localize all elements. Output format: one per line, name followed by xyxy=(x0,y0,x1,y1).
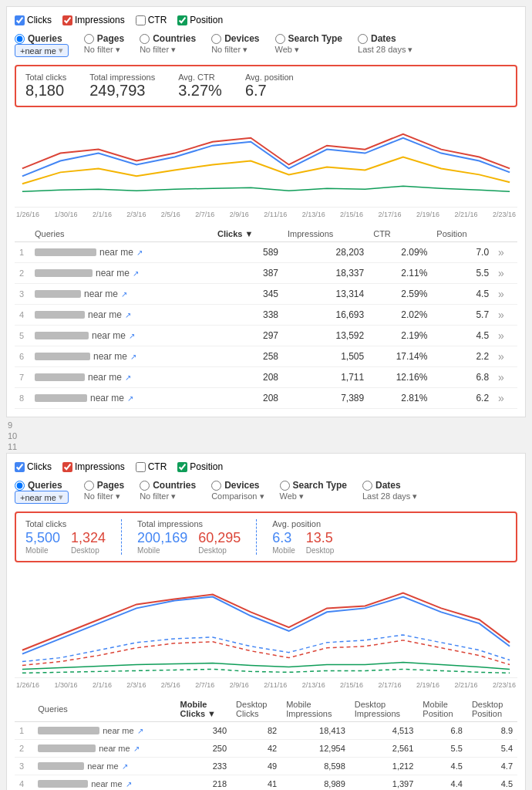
th2-mob-clicks[interactable]: MobileClicks ▼ xyxy=(176,697,232,722)
filter-row-1: Queries +near me ▾ Pages No filter ▾ Cou… xyxy=(15,33,517,57)
query-cell: near me ↗ xyxy=(30,263,213,284)
th2-desk-pos[interactable]: DesktopPosition xyxy=(467,697,517,722)
stat-total-clicks-label: Total clicks xyxy=(25,73,66,82)
external-link-icon[interactable]: ↗ xyxy=(125,311,131,319)
near-me-text: near me xyxy=(96,268,130,279)
checkbox-impressions[interactable]: Impressions xyxy=(62,15,125,25)
queries2-active-filter[interactable]: +near me ▾ xyxy=(15,491,69,504)
queries2-filter-remove[interactable]: ▾ xyxy=(59,492,63,502)
countries2-radio[interactable] xyxy=(140,481,150,491)
th2-desk-imp[interactable]: DesktopImpressions xyxy=(350,697,419,722)
th-clicks[interactable]: Clicks ▼ xyxy=(213,226,283,242)
dates2-radio[interactable] xyxy=(362,481,372,491)
clicks2-checkbox[interactable] xyxy=(15,462,25,472)
ctr2-checkbox[interactable] xyxy=(136,462,146,472)
filter2-search-type[interactable]: Search Type Web ▾ xyxy=(280,480,347,501)
detail-arrow[interactable]: » xyxy=(493,284,517,305)
th-ctr[interactable]: CTR xyxy=(369,226,432,242)
th-position[interactable]: Position xyxy=(432,226,493,242)
impressions2-checkbox[interactable] xyxy=(62,462,72,472)
devices2-radio[interactable] xyxy=(211,481,221,491)
external-link-icon[interactable]: ↗ xyxy=(129,332,135,340)
query-cell: near me ↗ xyxy=(30,305,213,326)
detail-arrow[interactable]: » xyxy=(493,346,517,367)
external-link-icon[interactable]: ↗ xyxy=(137,727,143,735)
mob-clicks-value: 250 xyxy=(176,740,232,758)
external-link-icon[interactable]: ↗ xyxy=(133,269,139,278)
checkbox2-ctr[interactable]: CTR xyxy=(136,461,167,472)
table-2: Queries MobileClicks ▼ DesktopClicks Mob… xyxy=(15,697,517,790)
external-link-icon[interactable]: ↗ xyxy=(130,353,136,361)
position-checkbox[interactable] xyxy=(177,15,187,25)
th-queries: Queries xyxy=(30,226,213,242)
external-link-icon[interactable]: ↗ xyxy=(121,290,127,299)
pages2-radio[interactable] xyxy=(84,481,94,491)
filter-pages[interactable]: Pages No filter ▾ xyxy=(84,33,124,55)
external-link-icon[interactable]: ↗ xyxy=(126,780,132,788)
search-type2-radio[interactable] xyxy=(280,481,290,491)
impressions-checkbox[interactable] xyxy=(62,15,72,25)
detail-arrow[interactable]: » xyxy=(493,388,517,409)
th2-desk-clicks[interactable]: DesktopClicks xyxy=(231,697,281,722)
detail-arrow[interactable]: » xyxy=(493,263,517,284)
search-type-radio[interactable] xyxy=(275,34,285,44)
filter2-pages[interactable]: Pages No filter ▾ xyxy=(84,480,124,501)
filter-dates[interactable]: Dates Last 28 days ▾ xyxy=(358,33,412,55)
row-num: 7 xyxy=(15,367,30,388)
checkbox-position[interactable]: Position xyxy=(177,15,223,25)
detail-arrow[interactable]: » xyxy=(493,367,517,388)
countries2-filter-sub: No filter ▾ xyxy=(140,491,176,501)
filter-devices[interactable]: Devices No filter ▾ xyxy=(211,33,259,55)
filter2-devices[interactable]: Devices Comparison ▾ xyxy=(211,480,264,501)
mob-position-value: 4.5 xyxy=(418,758,467,775)
th2-mob-imp[interactable]: MobileImpressions xyxy=(281,697,350,722)
filter-countries[interactable]: Countries No filter ▾ xyxy=(140,33,196,55)
clicks-checkbox[interactable] xyxy=(15,15,25,25)
filter-search-type[interactable]: Search Type Web ▾ xyxy=(275,33,342,55)
external-link-icon[interactable]: ↗ xyxy=(122,762,128,771)
checkbox-clicks[interactable]: Clicks xyxy=(15,15,52,25)
checkbox2-clicks[interactable]: Clicks xyxy=(15,461,52,472)
search-type-label: Search Type xyxy=(288,33,342,44)
clicks-value: 345 xyxy=(213,284,283,305)
external-link-icon[interactable]: ↗ xyxy=(136,248,143,257)
queries2-radio[interactable] xyxy=(15,481,25,491)
table-row: 4 near me ↗ 218 41 8,989 1,397 4.4 4.5 xyxy=(15,775,517,791)
dates-radio[interactable] xyxy=(358,34,368,44)
detail-arrow[interactable]: » xyxy=(493,242,517,263)
filter2-countries[interactable]: Countries No filter ▾ xyxy=(140,480,196,501)
external-link-icon[interactable]: ↗ xyxy=(133,744,140,753)
th-impressions[interactable]: Impressions xyxy=(283,226,369,242)
detail-arrow[interactable]: » xyxy=(493,305,517,326)
desk-impressions-value: 2,561 xyxy=(350,740,419,758)
filter-queries[interactable]: Queries +near me ▾ xyxy=(15,33,69,57)
position2-checkbox[interactable] xyxy=(177,462,187,472)
near-me-text: near me xyxy=(88,372,122,383)
desktop-position-value: 13.5 xyxy=(306,530,335,546)
clicks-value: 338 xyxy=(213,305,283,326)
checkbox2-position[interactable]: Position xyxy=(177,461,223,472)
checkbox-ctr[interactable]: CTR xyxy=(136,15,167,25)
countries-radio[interactable] xyxy=(140,34,150,44)
queries2-filter-value: +near me xyxy=(20,493,56,502)
external-link-icon[interactable]: ↗ xyxy=(127,394,133,403)
mobile-position-value: 6.3 xyxy=(272,530,295,546)
pages-radio[interactable] xyxy=(84,34,94,44)
checkbox2-impressions[interactable]: Impressions xyxy=(62,461,125,472)
pages-filter-sub: No filter ▾ xyxy=(84,45,120,55)
stat-group-impressions-values: 200,169 Mobile 60,295 Desktop xyxy=(137,530,241,555)
detail-arrow[interactable]: » xyxy=(493,326,517,346)
stat-group-clicks-label: Total clicks xyxy=(25,519,106,528)
queries-active-filter[interactable]: +near me ▾ xyxy=(15,44,69,57)
filter2-dates[interactable]: Dates Last 28 days ▾ xyxy=(362,480,417,501)
th2-mob-pos[interactable]: MobilePosition xyxy=(418,697,467,722)
queries-filter-remove[interactable]: ▾ xyxy=(59,46,63,56)
devices-radio[interactable] xyxy=(211,34,221,44)
chart-dates-1: 1/26/161/30/162/1/162/3/162/5/16 2/7/162… xyxy=(15,211,517,218)
ctr-checkbox[interactable] xyxy=(136,15,146,25)
stats-box-1: Total clicks 8,180 Total impressions 249… xyxy=(15,65,517,107)
filter2-queries[interactable]: Queries +near me ▾ xyxy=(15,480,69,504)
external-link-icon[interactable]: ↗ xyxy=(125,373,131,382)
stat-total-impressions-value: 249,793 xyxy=(89,82,155,100)
queries-radio[interactable] xyxy=(15,34,25,44)
